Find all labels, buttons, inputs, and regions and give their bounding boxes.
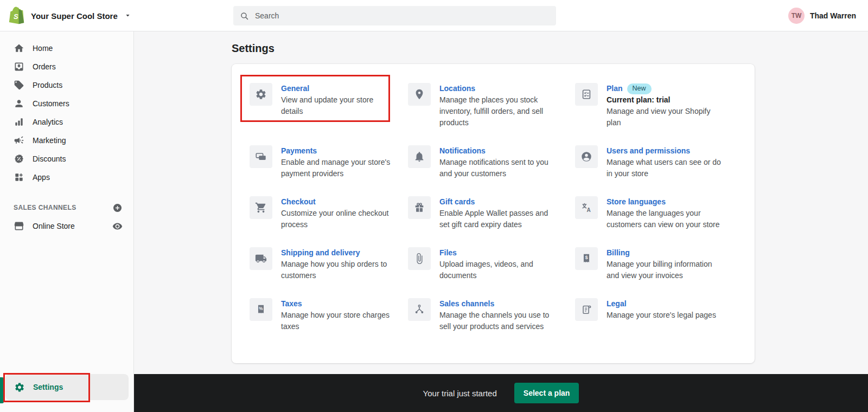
settings-card-users-and-permissions[interactable]: Users and permissionsManage what users c… (575, 145, 738, 179)
sidebar-item-discounts[interactable]: Discounts (0, 150, 133, 168)
settings-card-checkout[interactable]: CheckoutCustomize your online checkout p… (250, 196, 408, 230)
card-title-link[interactable]: Shipping and delivery (281, 247, 360, 259)
trial-bar: Your trial just started Select a plan (134, 374, 868, 412)
card-text: PlanNewCurrent plan: trialManage and vie… (607, 83, 723, 128)
orders-icon (14, 61, 24, 72)
settings-card-locations[interactable]: LocationsManage the places you stock inv… (408, 83, 575, 128)
sidebar-item-label: Apps (33, 173, 50, 182)
select-a-plan-button[interactable]: Select a plan (514, 383, 579, 403)
card-title-link[interactable]: General (281, 83, 309, 94)
settings-card-gift-cards[interactable]: Gift cardsEnable Apple Wallet passes and… (408, 196, 575, 230)
sidebar-item-label: Home (33, 44, 53, 53)
avatar: TW (788, 8, 805, 24)
card-subtitle: Current plan: trial (607, 94, 723, 106)
search-bar[interactable] (233, 6, 556, 25)
search-icon (240, 11, 249, 21)
plan-icon (575, 83, 598, 106)
card-description: Manage the languages your customers can … (607, 208, 723, 230)
card-text: NotificationsManage notifications sent t… (439, 145, 556, 179)
card-text: Users and permissionsManage what users c… (607, 145, 723, 179)
chevron-down-icon (124, 10, 132, 22)
cart-icon (250, 196, 272, 219)
sales-channels-heading: SALES CHANNELS (14, 204, 76, 211)
sidebar-item-home[interactable]: Home (0, 39, 133, 57)
card-description: Customize your online checkout process (281, 208, 397, 230)
settings-card-general[interactable]: GeneralView and update your store detail… (250, 83, 408, 128)
gear-icon (250, 83, 272, 106)
paperclip-icon (408, 247, 431, 270)
sidebar: HomeOrdersProductsCustomersAnalyticsMark… (0, 31, 134, 412)
card-title-link[interactable]: Plan (607, 83, 623, 94)
sales-channels-list: Online Store (0, 216, 133, 236)
settings-card-taxes[interactable]: %TaxesManage how your store charges taxe… (250, 298, 408, 332)
marketing-icon (14, 135, 24, 146)
card-description: Manage how you ship orders to customers (281, 259, 397, 281)
location-pin-icon (408, 83, 431, 106)
settings-card-notifications[interactable]: NotificationsManage notifications sent t… (408, 145, 575, 179)
storefront-icon (14, 221, 24, 231)
new-badge: New (627, 83, 652, 94)
settings-card-sales-channels[interactable]: Sales channelsManage the channels you us… (408, 298, 575, 332)
main-content: Settings GeneralView and update your sto… (134, 31, 868, 412)
card-title-link[interactable]: Files (439, 247, 457, 259)
card-title-link[interactable]: Gift cards (439, 196, 475, 208)
sidebar-item-label: Customers (33, 99, 69, 108)
card-title-link[interactable]: Legal (607, 298, 627, 310)
store-switcher[interactable]: S Your Super Cool Store (9, 0, 132, 31)
settings-label: Settings (33, 383, 63, 391)
search-input[interactable] (254, 11, 550, 21)
sidebar-item-apps[interactable]: Apps (0, 168, 133, 186)
card-text: GeneralView and update your store detail… (281, 83, 397, 128)
card-description: Upload images, videos, and documents (439, 259, 556, 281)
user-circle-icon (575, 145, 598, 168)
card-title-link[interactable]: Notifications (439, 145, 486, 157)
sidebar-item-label: Discounts (33, 154, 66, 163)
card-title-link[interactable]: Store languages (607, 196, 666, 208)
settings-card-shipping-and-delivery[interactable]: Shipping and deliveryManage how you ship… (250, 247, 408, 281)
settings-card-payments[interactable]: PaymentsEnable and manage your store's p… (250, 145, 408, 179)
settings-card-store-languages[interactable]: AStore languagesManage the languages you… (575, 196, 738, 230)
card-title-link[interactable]: Locations (439, 83, 475, 94)
sidebar-item-online-store[interactable]: Online Store (0, 216, 133, 236)
settings-grid: GeneralView and update your store detail… (250, 83, 738, 332)
card-description: Manage the places you stock inventory, f… (439, 94, 556, 128)
settings-card-legal[interactable]: LegalManage your store's legal pages (575, 298, 738, 332)
settings-card-plan[interactable]: PlanNewCurrent plan: trialManage and vie… (575, 83, 738, 128)
products-icon (14, 80, 24, 91)
translate-icon: A (575, 196, 598, 219)
card-title-link[interactable]: Users and permissions (607, 145, 690, 157)
sales-channels-header: SALES CHANNELS (0, 199, 133, 216)
card-description: Manage notifications sent to you and you… (439, 157, 556, 179)
shopify-logo-icon: S (9, 7, 25, 25)
card-title-link[interactable]: Sales channels (439, 298, 494, 310)
sales-channels-icon (408, 298, 431, 321)
settings-panel: GeneralView and update your store detail… (232, 64, 755, 363)
sidebar-item-settings[interactable]: Settings (5, 374, 129, 400)
card-title-link[interactable]: Checkout (281, 196, 316, 208)
sidebar-item-orders[interactable]: Orders (0, 57, 133, 76)
settings-card-files[interactable]: FilesUpload images, videos, and document… (408, 247, 575, 281)
card-description: Manage your store's legal pages (607, 310, 716, 321)
card-description: Enable and manage your store's payment p… (281, 157, 397, 179)
trial-message: Your trial just started (423, 389, 497, 398)
payments-icon (250, 145, 272, 168)
svg-text:A: A (586, 207, 591, 213)
add-sales-channel-button[interactable] (112, 203, 123, 213)
card-text: BillingManage your billing information a… (607, 247, 723, 281)
sidebar-item-customers[interactable]: Customers (0, 94, 133, 113)
bell-icon (408, 145, 431, 168)
sidebar-item-marketing[interactable]: Marketing (0, 131, 133, 150)
card-title-link[interactable]: Billing (607, 247, 630, 259)
legal-icon (575, 298, 598, 321)
user-menu[interactable]: TW Thad Warren (788, 0, 856, 31)
eye-icon[interactable] (112, 221, 123, 231)
sidebar-item-products[interactable]: Products (0, 76, 133, 94)
card-text: LocationsManage the places you stock inv… (439, 83, 556, 128)
sidebar-item-analytics[interactable]: Analytics (0, 113, 133, 131)
card-title-link[interactable]: Taxes (281, 298, 302, 310)
taxes-icon: % (250, 298, 272, 321)
settings-card-billing[interactable]: $BillingManage your billing information … (575, 247, 738, 281)
card-description: Manage your billing information and view… (607, 259, 723, 281)
gear-icon (14, 382, 25, 392)
card-title-link[interactable]: Payments (281, 145, 317, 157)
